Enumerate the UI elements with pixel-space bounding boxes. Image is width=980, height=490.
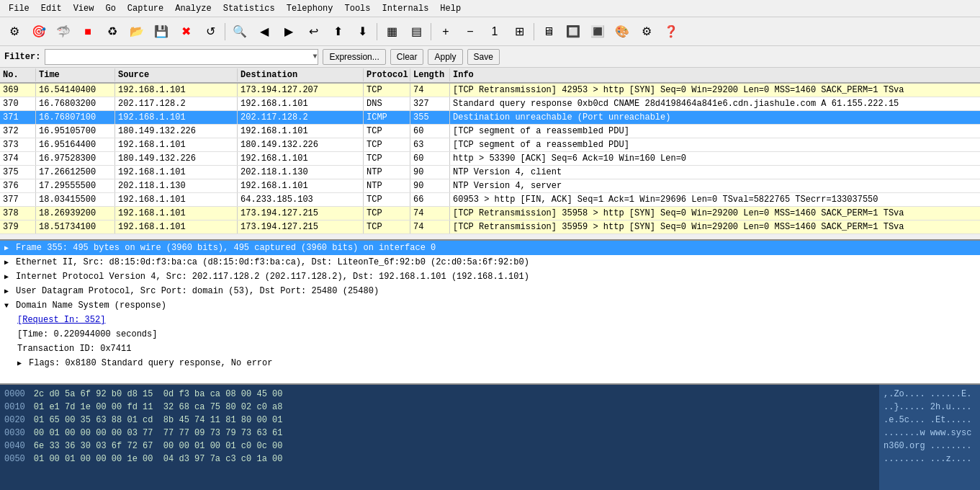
toolbar-save[interactable]: 💾	[150, 20, 173, 43]
toolbar-resize[interactable]: ⊞	[508, 20, 531, 43]
toolbar-autoscroll[interactable]: ▤	[405, 20, 428, 43]
col-header-source: Source	[115, 68, 238, 81]
detail-area: ▶ Frame 355: 495 bytes on wire (3960 bit…	[0, 241, 980, 385]
toolbar-go-prev[interactable]: ↩	[302, 20, 325, 43]
toolbar-normal-size[interactable]: 1	[483, 20, 506, 43]
col-header-destination: Destination	[238, 68, 364, 81]
cell-len: 66	[410, 193, 450, 206]
filter-dropdown-arrow[interactable]: ▼	[313, 53, 317, 61]
cell-src: 192.168.1.101	[115, 207, 238, 220]
hex-area: 0000 0010 0020 0030 0040 0050 2c d0 5a 6…	[0, 385, 980, 490]
toolbar-reload[interactable]: ↺	[199, 20, 222, 43]
col-header-time: Time	[36, 68, 115, 81]
table-row[interactable]: 372 16.95105700 180.149.132.226 192.168.…	[0, 125, 980, 138]
cell-no: 376	[0, 179, 36, 192]
table-row[interactable]: 379 18.51734100 192.168.1.101 173.194.12…	[0, 220, 980, 234]
table-row[interactable]: 369 16.54140400 192.168.1.101 173.194.12…	[0, 84, 980, 97]
col-header-info: Info	[450, 68, 980, 81]
request-link[interactable]: [Request In: 352]	[17, 315, 105, 325]
menu-analyze[interactable]: Analyze	[169, 2, 217, 15]
detail-ethernet[interactable]: ▶ Ethernet II, Src: d8:15:0d:f3:ba:ca (d…	[0, 255, 980, 270]
cell-dst: 173.194.127.207	[238, 84, 364, 97]
cell-info: NTP Version 4, client	[450, 166, 980, 179]
toolbar-help[interactable]: ❓	[660, 20, 683, 43]
clear-button[interactable]: Clear	[390, 49, 424, 65]
menu-help[interactable]: Help	[434, 2, 467, 15]
toolbar-close[interactable]: ✖	[174, 20, 197, 43]
toolbar-first[interactable]: ⬆	[326, 20, 349, 43]
cell-proto: TCP	[364, 84, 410, 97]
cell-len: 60	[410, 125, 450, 138]
toolbar-zoom-out[interactable]: −	[459, 20, 482, 43]
menu-file[interactable]: File	[3, 2, 35, 15]
toolbar-restart[interactable]: ♻	[101, 20, 124, 43]
detail-flags[interactable]: ▶ Flags: 0x8180 Standard query response,…	[0, 356, 980, 370]
detail-frame[interactable]: ▶ Frame 355: 495 bytes on wire (3960 bit…	[0, 241, 980, 255]
toolbar-new-capture[interactable]: ⚙	[3, 20, 26, 43]
udp-text: User Datagram Protocol, Src Port: domain…	[16, 286, 379, 296]
menu-edit[interactable]: Edit	[35, 2, 68, 15]
toolbar: ⚙ 🎯 🦈 ■ ♻ 📂 💾 ✖ ↺ 🔍 ◀ ▶ ↩ ⬆ ⬇ ▦ ▤ + − 1 …	[0, 17, 980, 46]
toolbar-capture-filter[interactable]: 🔲	[562, 20, 585, 43]
cell-time: 16.76803200	[36, 97, 115, 110]
ethernet-expand-icon[interactable]: ▶	[4, 258, 13, 267]
detail-udp[interactable]: ▶ User Datagram Protocol, Src Port: doma…	[0, 284, 980, 298]
cell-proto: TCP	[364, 152, 410, 165]
ip-expand-icon[interactable]: ▶	[4, 272, 13, 281]
frame-text: Frame 355: 495 bytes on wire (3960 bits)…	[16, 243, 436, 253]
packet-list-area[interactable]: No. Time Source Destination Protocol Len…	[0, 68, 980, 241]
toolbar-start[interactable]: 🦈	[52, 20, 75, 43]
toolbar-go-forward[interactable]: ▶	[277, 20, 300, 43]
detail-time[interactable]: [Time: 0.220944000 seconds]	[0, 327, 980, 342]
menu-go[interactable]: Go	[99, 2, 121, 15]
toolbar-prefs[interactable]: ⚙	[635, 20, 658, 43]
cell-src: 192.168.1.101	[115, 220, 238, 233]
table-row[interactable]: 374 16.97528300 180.149.132.226 192.168.…	[0, 152, 980, 166]
toolbar-go-back[interactable]: ◀	[253, 20, 276, 43]
time-text: [Time: 0.220944000 seconds]	[17, 329, 157, 339]
table-row[interactable]: 371 16.76807100 192.168.1.101 202.117.12…	[0, 111, 980, 125]
toolbar-open-file[interactable]: 📂	[125, 20, 148, 43]
cell-time: 18.51734100	[36, 220, 115, 233]
cell-src: 180.149.132.226	[115, 152, 238, 165]
table-row[interactable]: 375 17.26612500 192.168.1.101 202.118.1.…	[0, 166, 980, 179]
table-row[interactable]: 376 17.29555500 202.118.1.130 192.168.1.…	[0, 179, 980, 193]
flags-expand-icon[interactable]: ▶	[17, 359, 26, 368]
save-button[interactable]: Save	[467, 49, 500, 65]
detail-transaction[interactable]: Transaction ID: 0x7411	[0, 342, 980, 356]
toolbar-zoom-in[interactable]: +	[434, 20, 457, 43]
cell-info: 60953 > http [FIN, ACK] Seq=1 Ack=1 Win=…	[450, 193, 980, 206]
table-row[interactable]: 377 18.03415500 192.168.1.101 64.233.185…	[0, 193, 980, 207]
frame-expand-icon[interactable]: ▶	[4, 244, 13, 252]
toolbar-find[interactable]: 🔍	[228, 20, 251, 43]
apply-button[interactable]: Apply	[428, 49, 462, 65]
toolbar-display-filter[interactable]: 🔳	[586, 20, 609, 43]
table-row[interactable]: 370 16.76803200 202.117.128.2 192.168.1.…	[0, 97, 980, 111]
detail-ip[interactable]: ▶ Internet Protocol Version 4, Src: 202.…	[0, 270, 980, 284]
menu-telephony[interactable]: Telephony	[281, 2, 339, 15]
menu-internals[interactable]: Internals	[377, 2, 435, 15]
toolbar-stop[interactable]: ■	[76, 20, 99, 43]
filter-input[interactable]	[45, 49, 318, 65]
detail-dns[interactable]: ▼ Domain Name System (response)	[0, 298, 980, 313]
table-row[interactable]: 378 18.26939200 192.168.1.101 173.194.12…	[0, 207, 980, 220]
menu-capture[interactable]: Capture	[122, 2, 169, 15]
menu-view[interactable]: View	[68, 2, 100, 15]
udp-expand-icon[interactable]: ▶	[4, 287, 13, 295]
cell-dst: 192.168.1.101	[238, 179, 364, 192]
table-row[interactable]: 373 16.95164400 192.168.1.101 180.149.13…	[0, 138, 980, 152]
cell-proto: TCP	[364, 193, 410, 206]
toolbar-capture-options[interactable]: 🖥	[537, 20, 560, 43]
menu-statistics[interactable]: Statistics	[217, 2, 281, 15]
cell-no: 379	[0, 220, 36, 233]
cell-len: 74	[410, 220, 450, 233]
expression-button[interactable]: Expression...	[323, 49, 385, 65]
toolbar-colorize[interactable]: ▦	[380, 20, 403, 43]
dns-expand-icon[interactable]: ▼	[4, 302, 13, 310]
toolbar-last[interactable]: ⬇	[351, 20, 374, 43]
cell-dst: 180.149.132.226	[238, 138, 364, 151]
detail-request[interactable]: [Request In: 352]	[0, 313, 980, 327]
toolbar-open[interactable]: 🎯	[27, 20, 50, 43]
toolbar-coloring[interactable]: 🎨	[611, 20, 634, 43]
menu-tools[interactable]: Tools	[339, 2, 377, 15]
